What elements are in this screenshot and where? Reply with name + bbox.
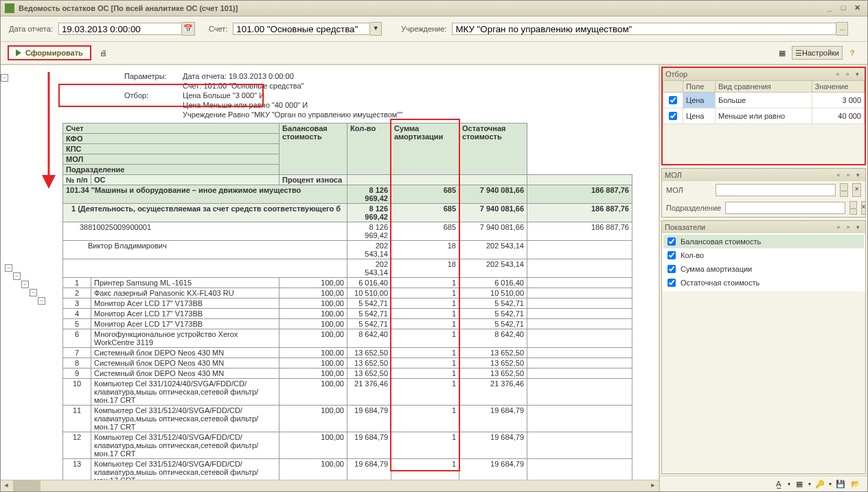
open-icon[interactable]: 📂: [849, 478, 862, 490]
help-icon[interactable]: ?: [845, 46, 859, 60]
scroll-thumb[interactable]: [13, 480, 41, 491]
report-table: Счет Балансовая стоимость Кол-во Сумма а…: [62, 123, 632, 480]
table-row[interactable]: 10Компьютер Cel 331/1024/40/SVGA/FDD/CD/…: [63, 379, 632, 406]
more-button[interactable]: ...: [840, 183, 849, 197]
dropdown-icon[interactable]: ▾: [788, 481, 790, 487]
col-account: Счет: [63, 124, 279, 134]
table-row[interactable]: 9Системный блок DEPO Neos 430 MN100,0013…: [63, 368, 632, 379]
minimize-button[interactable]: _: [823, 3, 836, 13]
org-input[interactable]: [452, 23, 836, 35]
account-select[interactable]: [233, 23, 370, 35]
key-icon[interactable]: 🔑: [814, 478, 826, 490]
filter-row[interactable]: ЦенаБольше3 000: [663, 93, 865, 108]
panel-next-icon[interactable]: »: [843, 69, 852, 79]
panel-prev-icon[interactable]: «: [834, 170, 843, 180]
group-row: Виктор Владимирович 202 543,1418 202 543…: [63, 241, 632, 259]
settings-button[interactable]: ☰ Настройки: [792, 46, 843, 60]
group-row: 1 (Деятельность, осуществляемая за счет …: [63, 204, 632, 222]
div-input[interactable]: [725, 202, 845, 214]
filter-checkbox[interactable]: [669, 96, 677, 104]
h-scrollbar[interactable]: ◄ ►: [1, 480, 659, 491]
group-row: 38810025009900001 8 126 969,42685 7 940 …: [63, 222, 632, 241]
mol-panel-title: МОЛ: [665, 171, 834, 179]
scroll-right-icon[interactable]: ►: [648, 480, 659, 491]
panel-menu-icon[interactable]: ▾: [852, 69, 862, 79]
filter-table[interactable]: Поле Вид сравнения Значение ЦенаБольше3 …: [663, 80, 865, 124]
panel-next-icon[interactable]: »: [843, 170, 853, 180]
close-button[interactable]: ✕: [851, 3, 863, 13]
settings-label: Настройки: [802, 49, 839, 57]
dropdown-icon[interactable]: ▾: [829, 481, 832, 487]
filter-row[interactable]: ЦенаМеньше или равно40 000: [663, 108, 865, 124]
param-line: Счет: 101.00 "Основные средства": [183, 82, 304, 90]
col-kps: КПС: [63, 144, 279, 154]
chevron-down-icon[interactable]: ▼: [370, 22, 382, 36]
grid-icon[interactable]: ▦: [775, 46, 789, 60]
table-row[interactable]: 5Монитор Acer LCD 17" V173BB100,005 542,…: [63, 319, 632, 329]
mol-label: МОЛ: [666, 186, 711, 194]
div-label: Подразделение: [666, 204, 721, 212]
table-row[interactable]: 11Компьютер Cel 331/512/40/SVGA/FDD/CD/к…: [63, 406, 632, 432]
indicator-checkbox[interactable]: [667, 265, 676, 273]
mol-panel: МОЛ « » ▾ МОЛ ...× Подразделение ...×: [661, 168, 866, 218]
indicator-checkbox[interactable]: [667, 237, 676, 246]
panel-prev-icon[interactable]: «: [833, 69, 843, 79]
table-row[interactable]: 3Монитор Acer LCD 17" V173BB100,005 542,…: [63, 298, 632, 309]
print-icon[interactable]: 🖨: [97, 46, 111, 60]
col-kfo: КФО: [63, 134, 279, 144]
org-more-button[interactable]: ...: [836, 22, 848, 36]
panel-prev-icon[interactable]: «: [834, 222, 843, 232]
layout-icon[interactable]: ▦: [793, 478, 806, 490]
param-label: Параметры:: [124, 72, 167, 80]
filter-panel-title: Отбор: [665, 70, 833, 78]
table-row[interactable]: 1Принтер Samsung ML -1615100,006 016,401…: [63, 278, 632, 288]
indicator-option[interactable]: Кол-во: [663, 248, 864, 262]
panel-menu-icon[interactable]: ▾: [853, 170, 863, 180]
clear-button[interactable]: ×: [861, 201, 867, 215]
clear-button[interactable]: ×: [852, 183, 861, 197]
report-area[interactable]: − − − − − − Параметры:Дата отчета: 19.03…: [1, 65, 659, 480]
col-pct: Процент износа: [279, 175, 347, 185]
app-icon: [5, 3, 14, 13]
table-row[interactable]: 13Компьютер Cel 331/512/40/SVGA/FDD/CD/к…: [63, 459, 632, 480]
window-title: Ведомость остатков ОС [По всей аналитике…: [19, 4, 822, 12]
indicator-option[interactable]: Сумма амортизации: [663, 262, 864, 276]
font-icon[interactable]: A̲: [773, 478, 785, 490]
indicator-option[interactable]: Балансовая стоимость: [663, 235, 864, 248]
maximize-button[interactable]: □: [837, 3, 849, 13]
table-row[interactable]: 4Монитор Acer LCD 17" V173BB100,005 542,…: [63, 309, 632, 319]
svg-marker-1: [42, 175, 56, 189]
table-row[interactable]: 8Системный блок DEPO Neos 430 MN100,0013…: [63, 358, 632, 368]
col-os: ОС: [91, 175, 279, 185]
scroll-left-icon[interactable]: ◄: [1, 480, 12, 491]
group-row: 101.34 "Машины и оборудование – иное дви…: [63, 185, 632, 204]
parameter-bar: Дата отчета: 📅 Счет: ▼ Учреждение: ...: [1, 16, 867, 41]
filter-line: Цена Больше "3 000" И: [183, 91, 264, 99]
dropdown-icon[interactable]: ▾: [808, 481, 811, 487]
filter-line: Цена Меньше или равно "40 000" И: [183, 101, 308, 109]
more-button[interactable]: ...: [849, 201, 856, 215]
form-button-label: Сформировать: [25, 49, 83, 57]
indicator-checkbox[interactable]: [667, 251, 676, 259]
indicator-checkbox[interactable]: [667, 279, 676, 287]
arrow-annotation: [21, 69, 76, 192]
col-mol: МОЛ: [63, 154, 279, 165]
col-div: Подразделение: [63, 165, 279, 175]
panel-menu-icon[interactable]: ▾: [853, 222, 863, 232]
table-row[interactable]: 6Многофункциональное устройство Xerox Wo…: [63, 329, 632, 348]
panel-next-icon[interactable]: »: [843, 222, 853, 232]
indicators-title: Показатели: [665, 223, 834, 231]
date-label: Дата отчета:: [9, 25, 53, 33]
filter-panel: Отбор « » ▾ Поле Вид сравнения Значение …: [661, 67, 866, 165]
table-row[interactable]: 2Факс лазерный Panasonic KX-FL403 RU100,…: [63, 288, 632, 298]
date-input[interactable]: [58, 23, 182, 35]
col-amort: Сумма амортизации: [391, 124, 459, 175]
mol-input[interactable]: [716, 184, 836, 196]
indicator-option[interactable]: Остаточная стоимость: [663, 276, 864, 290]
table-row[interactable]: 12Компьютер Cel 331/512/40/SVGA/FDD/CD/к…: [63, 432, 632, 459]
save-icon[interactable]: 💾: [834, 478, 847, 490]
filter-checkbox[interactable]: [669, 112, 677, 120]
form-button[interactable]: Сформировать: [8, 45, 91, 60]
calendar-icon[interactable]: 📅: [182, 22, 195, 36]
table-row[interactable]: 7Системный блок DEPO Neos 430 MN100,0013…: [63, 348, 632, 358]
